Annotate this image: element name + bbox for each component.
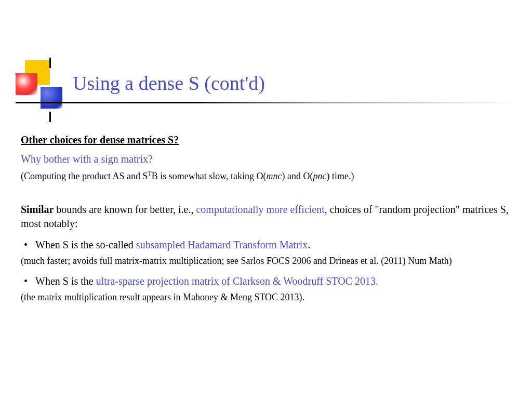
tick-top <box>49 58 51 68</box>
tick-bottom <box>49 112 51 122</box>
highlight: computationally more efficient <box>196 204 324 215</box>
text: B is somewhat slow, taking O( <box>152 171 267 181</box>
list-item: When S is the ultra-sparse projection ma… <box>21 274 511 288</box>
bold-lead: Similar <box>21 204 54 215</box>
sub-note: (the matrix multiplication result appear… <box>21 291 511 303</box>
bullet-list: When S is the ultra-sparse projection ma… <box>21 274 511 288</box>
slide-title: Using a dense S (cont'd) <box>73 72 265 95</box>
list-item: When S is the so-called subsampled Hadam… <box>21 238 511 252</box>
text: . <box>308 239 310 250</box>
slide-body: Other choices for dense matrices S? Why … <box>21 134 511 311</box>
title-rule <box>16 102 516 103</box>
subquestion: Why bother with a sign matrix? <box>21 153 511 165</box>
section-heading: Other choices for dense matrices S? <box>21 134 511 146</box>
title-decoration <box>16 60 68 112</box>
complexity-note: (Computing the product AS and STB is som… <box>21 170 511 182</box>
bullet-list: When S is the so-called subsampled Hadam… <box>21 238 511 252</box>
square-blue <box>41 87 62 109</box>
ital: mnc <box>266 171 282 181</box>
ital: pnc <box>313 171 326 181</box>
paragraph: Similar bounds are known for better, i.e… <box>21 203 511 231</box>
text: (Computing the product AS and S <box>21 171 148 181</box>
text: bounds are known for better, i.e., <box>54 204 196 215</box>
highlight: ultra-sparse projection matrix of Clarks… <box>96 275 378 287</box>
superscript: T <box>148 170 152 177</box>
highlight: subsampled Hadamard Transform Matrix <box>136 239 308 250</box>
text: ) time.) <box>326 171 354 181</box>
sub-note: (much faster; avoids full matrix-matrix … <box>21 255 511 267</box>
square-red <box>16 73 37 95</box>
text: When S is the <box>35 275 96 287</box>
text: When S is the so-called <box>35 239 136 250</box>
text: ) and O( <box>282 171 313 181</box>
